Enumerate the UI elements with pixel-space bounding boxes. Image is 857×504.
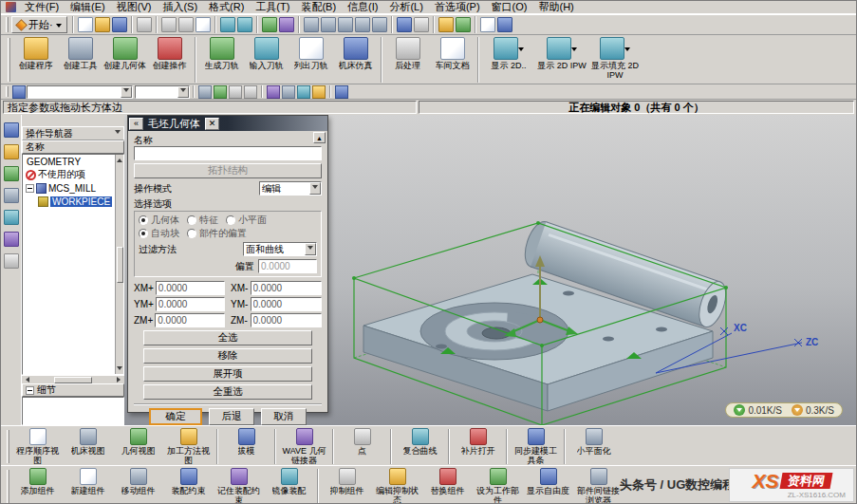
limit-zm-plus-input[interactable] — [155, 313, 225, 327]
radio-part-offset[interactable]: 部件的偏置 — [187, 227, 247, 240]
print-icon[interactable] — [137, 17, 152, 32]
filter-method-combo[interactable]: 面和曲线 — [243, 242, 317, 256]
menu-view[interactable]: 视图(V) — [111, 1, 158, 13]
show-2d-button[interactable]: 显示 2D.. — [482, 36, 535, 81]
reuse-library-icon[interactable] — [4, 210, 19, 225]
name-input[interactable] — [134, 146, 322, 160]
mode-dropdown-icon[interactable] — [309, 182, 321, 195]
object-info-icon[interactable] — [480, 17, 495, 32]
replay-toolpath-button[interactable]: 输入刀轨 — [244, 36, 289, 81]
scope-dropdown[interactable] — [177, 86, 189, 98]
tree-item-unused[interactable]: 不使用的项 — [23, 168, 123, 181]
undo-icon[interactable] — [220, 17, 235, 32]
type-filter-combo[interactable] — [27, 85, 133, 99]
program-order-view-button[interactable]: 程序顺序视图 — [12, 428, 63, 465]
create-geometry-button[interactable]: 创建几何体 — [102, 36, 147, 81]
mirror-assembly-button[interactable]: 镜像装配 — [264, 468, 314, 504]
shaded-display-icon[interactable] — [397, 17, 412, 32]
menu-preferences[interactable]: 首选项(P) — [429, 1, 486, 13]
machine-tool-navigator-icon[interactable] — [4, 188, 19, 203]
show-dof-button[interactable]: 显示自由度 — [523, 468, 573, 504]
toolbar-grip[interactable] — [6, 17, 9, 32]
radio-feature[interactable]: 特征 — [187, 214, 218, 227]
list-toolpath-button[interactable]: 列出刀轨 — [289, 36, 333, 81]
scroll-up-icon[interactable] — [117, 156, 122, 162]
edit-suppression-button[interactable]: 编辑抑制状态 — [372, 468, 422, 504]
navigator-vertical-scrollbar[interactable] — [115, 155, 123, 374]
operation-navigator-icon[interactable] — [4, 166, 19, 181]
facet-body-button[interactable]: 小平面化 — [568, 428, 619, 465]
highlight-icon[interactable] — [214, 85, 227, 99]
remove-button[interactable]: 移除 — [143, 348, 312, 364]
tree-item-workpiece[interactable]: WORKPIECE — [23, 195, 123, 208]
collapse-left-icon[interactable]: « — [129, 118, 143, 130]
limit-xm-minus-input[interactable] — [251, 281, 322, 295]
menu-analysis[interactable]: 分析(L) — [383, 1, 428, 13]
save-icon[interactable] — [112, 17, 127, 32]
point-constructor-icon[interactable] — [312, 85, 326, 99]
open-icon[interactable] — [95, 17, 110, 32]
offset-input[interactable] — [258, 259, 317, 273]
create-operation-button[interactable]: 创建操作 — [147, 36, 192, 81]
measure-icon[interactable] — [297, 85, 310, 99]
scroll-down-icon[interactable] — [117, 366, 122, 373]
toolbar-grip[interactable] — [7, 470, 9, 503]
cancel-button[interactable]: 取消 — [261, 408, 307, 425]
wireframe-display-icon[interactable] — [414, 17, 429, 32]
cut-icon[interactable] — [161, 17, 177, 32]
close-icon[interactable]: ✕ — [205, 118, 219, 130]
machine-tool-view-button[interactable]: 机床视图 — [63, 428, 113, 465]
shop-doc-button[interactable]: 车间文档 — [430, 36, 475, 81]
geometry-view-button[interactable]: 几何视图 — [113, 428, 163, 465]
point-button[interactable]: 点 — [337, 428, 387, 465]
wave-geometry-linker-button[interactable]: WAVE 几何链接器 — [279, 428, 329, 465]
menu-information[interactable]: 信息(I) — [342, 1, 383, 13]
new-component-button[interactable]: 新建组件 — [63, 468, 113, 504]
paste-icon[interactable] — [196, 17, 211, 32]
machining-method-view-button[interactable]: 加工方法视图 — [163, 428, 214, 465]
new-part-icon[interactable] — [78, 17, 93, 32]
generate-toolpath-button[interactable]: 生成刀轨 — [199, 36, 244, 81]
toolbar-grip[interactable] — [8, 38, 10, 82]
details-section-header[interactable]: 细节 — [22, 383, 124, 397]
suppress-component-button[interactable]: 抑制组件 — [322, 468, 372, 504]
column-header-name[interactable]: 名称 — [22, 140, 124, 154]
machine-simulation-button[interactable]: 机床仿真 — [333, 36, 378, 81]
show-object-icon[interactable] — [244, 85, 257, 99]
menu-tools[interactable]: 工具(T) — [250, 1, 295, 13]
menu-window[interactable]: 窗口(O) — [486, 1, 533, 13]
limit-xm-plus-input[interactable] — [156, 281, 225, 295]
ok-button[interactable]: 确定 — [149, 408, 202, 425]
menu-help[interactable]: 帮助(H) — [532, 1, 579, 13]
refresh-view-icon[interactable] — [304, 17, 319, 32]
part-navigator-icon[interactable] — [4, 144, 19, 159]
snap-point-icon[interactable] — [279, 17, 294, 32]
show-filled-2d-ipw-button[interactable]: 显示填充 2D IPW — [588, 36, 642, 81]
expand-item-button[interactable]: 展开项 — [143, 366, 312, 382]
toolbar-grip[interactable] — [7, 430, 9, 463]
scrollbar-thumb[interactable] — [54, 377, 92, 383]
synchronous-modeling-button[interactable]: 同步建模工具条 — [511, 428, 561, 465]
scroll-left-icon[interactable] — [23, 377, 29, 383]
menu-assemblies[interactable]: 装配(B) — [295, 1, 342, 13]
zoom-icon[interactable] — [338, 17, 353, 32]
selection-filter-icon[interactable] — [262, 17, 277, 32]
history-palette-icon[interactable] — [4, 232, 19, 247]
grid-toggle-icon[interactable] — [282, 85, 295, 99]
layer-settings-icon[interactable] — [438, 17, 454, 32]
navigator-menu-icon[interactable] — [115, 130, 121, 137]
limit-zm-minus-input[interactable] — [251, 313, 322, 327]
postprocess-button[interactable]: 后处理 — [385, 36, 430, 81]
scrollbar-thumb[interactable] — [117, 247, 123, 283]
tree-collapse-icon[interactable] — [26, 184, 34, 193]
start-menu-button[interactable]: 开始· — [11, 16, 67, 33]
type-filter-dropdown[interactable] — [121, 86, 132, 98]
hide-object-icon[interactable] — [229, 85, 242, 99]
select-all-icon[interactable] — [198, 85, 212, 99]
back-button[interactable]: 后退 — [209, 408, 254, 425]
tree-item-mcs-mill[interactable]: MCS_MILL — [23, 181, 123, 195]
limit-ym-minus-input[interactable] — [251, 297, 322, 311]
pan-icon[interactable] — [355, 17, 370, 32]
orient-view-icon[interactable] — [335, 85, 348, 99]
create-program-button[interactable]: 创建程序 — [13, 36, 58, 81]
